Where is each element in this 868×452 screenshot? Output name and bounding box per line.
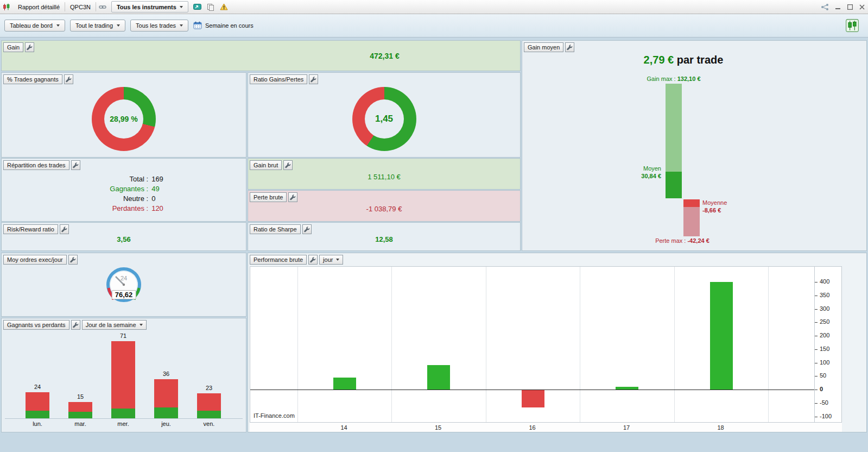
minimize-button[interactable] [832, 0, 844, 14]
perf-y-label: 300 [820, 305, 829, 312]
perf-y-label: 0 [820, 386, 823, 392]
trades-filter-label: Tous les trades [136, 22, 176, 29]
gain-moyen-positive-bar [666, 84, 682, 198]
period-unit-dropdown[interactable]: jour [319, 255, 343, 265]
wrench-icon-button[interactable] [308, 255, 318, 265]
maximize-button[interactable] [844, 0, 856, 14]
panel-title-sharpe: Ratio de Sharpe [250, 224, 301, 234]
wrench-icon-button[interactable] [64, 74, 73, 84]
wrench-icon-button[interactable] [565, 42, 574, 52]
chart-view-button[interactable] [845, 18, 864, 33]
period-unit-dropdown-label: jour [323, 256, 333, 263]
titlebar: Rapport détaillé QPC3N Tous les instrume… [0, 0, 868, 14]
gain-moyen-negative-bar [683, 199, 700, 236]
panel-title-gain: Gain [3, 42, 23, 52]
watermark: IT-Finance.com [254, 412, 295, 419]
period-selector[interactable]: Semaine en cours [193, 21, 254, 30]
perf-y-tick [815, 417, 818, 417]
gauge-top-label: 24 [99, 275, 148, 281]
gvp-total-label: 24 [21, 384, 54, 390]
tab-rapport-detaille[interactable]: Rapport détaillé [13, 0, 65, 14]
perf-y-tick [815, 390, 818, 390]
panel-risk-reward: Risk/Reward ratio 3,56 [1, 222, 246, 251]
gvp-day-label: lun. [21, 420, 54, 427]
wrench-icon-button[interactable] [288, 192, 297, 202]
gain-value: 472,31 € [248, 41, 521, 71]
chevron-down-icon [140, 324, 143, 326]
perf-y-label: 400 [820, 278, 829, 285]
wrench-icon-button[interactable] [68, 255, 78, 265]
gvp-total-label: 71 [107, 332, 140, 339]
perf-y-label: -50 [820, 399, 828, 406]
period-label: Semaine en cours [205, 22, 254, 29]
repartition-row-label: Neutre : [84, 194, 148, 203]
gvp-gagnants-segment [68, 412, 92, 418]
chevron-down-icon [180, 24, 183, 27]
perte-max-label: Perte max : -42,24 € [628, 237, 737, 244]
share-icon[interactable] [818, 0, 832, 14]
perf-gridline [297, 267, 298, 423]
perf-y-tick [815, 336, 818, 336]
perf-x-label: 15 [422, 424, 454, 431]
weekday-dropdown[interactable]: Jour de la semaine [82, 320, 147, 330]
wrench-icon-button[interactable] [71, 320, 80, 330]
wrench-icon-button[interactable] [71, 160, 80, 170]
perf-x-label: 16 [516, 424, 549, 431]
panel-title-risk-reward: Risk/Reward ratio [3, 224, 58, 234]
wrench-icon-button[interactable] [25, 42, 34, 52]
performance-plot: IT-Finance.com [250, 266, 815, 423]
warning-icon[interactable] [217, 0, 231, 14]
panel-title-ratio: Ratio Gains/Pertes [250, 74, 307, 84]
wrench-icon-button[interactable] [302, 224, 312, 234]
perte-moyenne-bar-segment [683, 199, 700, 207]
gvp-total-label: 15 [64, 393, 97, 400]
app-window: { "window": { "tabs": [ { "label": "Rapp… [0, 0, 868, 452]
perf-y-label: 100 [820, 359, 829, 366]
gain-moyen-headline: 2,79 € par trade [522, 54, 845, 66]
gain-moyen-suffix: par trade [674, 54, 723, 66]
trading-scope-dropdown[interactable]: Tout le trading [70, 20, 125, 32]
minimize-icon [835, 4, 841, 10]
perf-y-tick [815, 282, 818, 282]
perf-y-label: -100 [820, 413, 832, 419]
wrench-icon-button[interactable] [309, 74, 318, 84]
repartition-row-value: 0 [151, 194, 163, 203]
perf-x-label: 14 [328, 424, 360, 431]
gauge-icon: 24 76,62 [99, 262, 148, 311]
link-icon[interactable] [96, 0, 109, 14]
perf-gridline [674, 267, 675, 423]
panel-moy-ordres: Moy ordres exec/jour 24 76,62 [1, 253, 246, 317]
perf-gridline [768, 267, 769, 423]
instruments-dropdown[interactable]: Tous les instruments [111, 1, 188, 12]
panel-pct-trades-gagnants: % Trades gagnants 28,99 % [1, 72, 246, 158]
dashboard-dropdown[interactable]: Tableau de bord [4, 20, 65, 32]
panel-sharpe: Ratio de Sharpe 12,58 [248, 222, 521, 251]
panel-gagnants-vs-perdants: Gagnants vs perdants Jour de la semaine … [1, 318, 246, 432]
panel-ratio-gains-pertes: Ratio Gains/Pertes 1,45 [248, 72, 521, 158]
panel-title-gagnants-perdants: Gagnants vs perdants [3, 320, 69, 330]
perf-gridline [486, 267, 486, 423]
wrench-icon-button[interactable] [60, 224, 69, 234]
perf-y-label: 200 [820, 332, 829, 338]
tab-qpc3n[interactable]: QPC3N [65, 0, 96, 14]
gain-max-bar-segment [666, 84, 682, 172]
perte-max-bar-segment [683, 207, 700, 236]
wrench-icon-button[interactable] [283, 160, 293, 170]
panel-title-gain-brut: Gain brut [250, 160, 282, 170]
repartition-row-value: 49 [151, 185, 163, 193]
panel-title-perte-brute: Perte brute [250, 192, 287, 202]
perf-gridline [580, 267, 580, 423]
repartition-row-label: Gagnantes : [84, 185, 148, 193]
gvp-gagnants-segment [197, 411, 221, 418]
panel-gain-brut: Gain brut 1 511,10 € [248, 158, 521, 190]
chevron-down-icon [117, 24, 120, 27]
perf-y-tick [815, 376, 818, 376]
copy-icon[interactable] [204, 0, 217, 14]
toolbar: Tableau de bord Tout le trading Tous les… [0, 14, 868, 37]
gvp-day-label: ven. [193, 420, 225, 427]
trades-filter-dropdown[interactable]: Tous les trades [130, 20, 188, 32]
close-button[interactable] [856, 0, 868, 14]
tab-label: Rapport détaillé [18, 4, 60, 10]
export-icon[interactable] [191, 0, 204, 14]
perf-y-tick [815, 322, 818, 323]
